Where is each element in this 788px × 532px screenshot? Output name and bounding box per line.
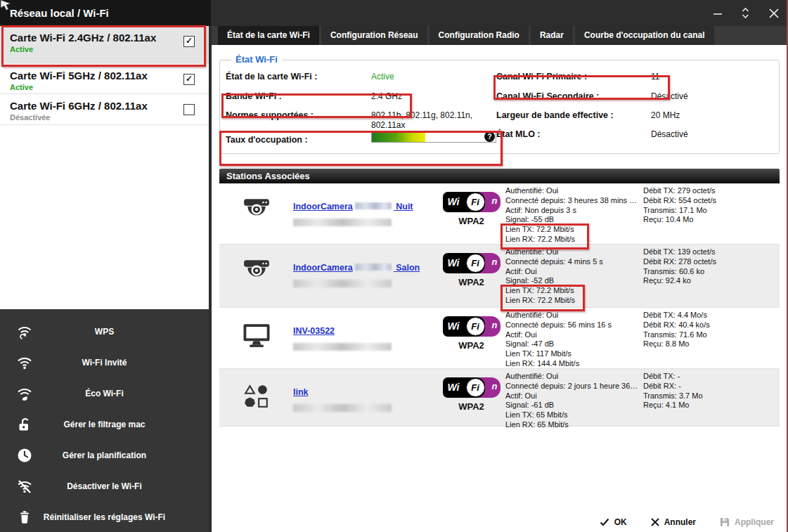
stations-section-header: Stations Associées bbox=[219, 169, 780, 183]
x-icon bbox=[651, 518, 659, 526]
wifi-wps-icon bbox=[15, 323, 34, 341]
sidebar-item-disable-wifi[interactable]: Désactiver le Wi-Fi bbox=[0, 471, 209, 502]
adapter-checkbox[interactable] bbox=[183, 104, 195, 115]
field-value: Active bbox=[371, 72, 494, 82]
sidebar-item-wifi-5ghz[interactable]: Carte Wi-Fi 5GHz / 802.11ax Active ✓ bbox=[0, 64, 209, 94]
lock-open-icon bbox=[15, 415, 34, 434]
detail-line: Lien TX: 65 Mbit/s bbox=[505, 410, 643, 420]
adapter-name: Carte Wi-Fi 2.4GHz / 802.11ax bbox=[10, 32, 199, 44]
resize-button[interactable] bbox=[741, 7, 750, 19]
sidebar-item-guest-wifi[interactable]: Wi-Fi Invité bbox=[0, 347, 209, 378]
detail-line: Débit TX: 4.4 Mo/s bbox=[643, 311, 780, 320]
adapter-status: Désactivée bbox=[10, 113, 199, 122]
detail-line: Lien TX: 72.2 Mbit/s bbox=[505, 225, 643, 235]
detail-line: Authentifié: Oui bbox=[505, 186, 643, 196]
tab-content: État Wi-Fi État de la carte Wi-Fi : Acti… bbox=[212, 45, 787, 532]
field-label: Bande Wi-Fi : bbox=[226, 91, 282, 101]
adapter-checkbox[interactable]: ✓ bbox=[183, 74, 195, 85]
minimize-button[interactable] bbox=[713, 8, 723, 18]
detail-line: Lien RX: 144.4 Mbit/s bbox=[505, 359, 643, 369]
tab-channel-occupancy[interactable]: Courbe d'occupation du canal bbox=[575, 26, 714, 45]
device-name-link[interactable]: IndoorCamera Nuit bbox=[293, 202, 413, 212]
sidebar: Carte Wi-Fi 2.4GHz / 802.11ax Active ✓ C… bbox=[0, 26, 209, 532]
footer-actions: OK Annuler Appliquer bbox=[600, 517, 774, 527]
detail-line: Lien TX: 117 Mbit/s bbox=[505, 349, 643, 359]
occupancy-bar-fill bbox=[372, 133, 425, 142]
help-icon[interactable]: ? bbox=[484, 131, 495, 142]
security-label: WPA2 bbox=[458, 277, 484, 287]
wifi-n-badge: n Wi Fi bbox=[443, 377, 500, 398]
detail-line: Connecté depuis: 56 mins 16 s bbox=[505, 320, 643, 330]
detail-line: Actif: Oui bbox=[505, 391, 643, 401]
sidebar-item-scheduling[interactable]: Gérer la planification bbox=[0, 440, 209, 471]
detail-line: Signal: -47 dB bbox=[505, 339, 643, 349]
sidebar-item-wps[interactable]: WPS bbox=[0, 316, 209, 347]
field-label: Canal Wi-Fi Primaire : bbox=[496, 72, 587, 82]
station-row: IndoorCamera Nuit n Wi Fi WPA2 Authentif… bbox=[219, 183, 780, 245]
wifi-n-badge: n Wi Fi bbox=[443, 192, 500, 212]
field-label: Canal Wi-Fi Secondaire : bbox=[496, 91, 599, 101]
adapter-status: Active bbox=[10, 45, 199, 53]
sidebar-item-wifi-6ghz[interactable]: Carte Wi-Fi 6GHz / 802.11ax Désactivée bbox=[0, 94, 209, 125]
wifi-n-badge: n Wi Fi bbox=[443, 253, 500, 273]
close-button[interactable] bbox=[768, 8, 780, 19]
field-label: Normes supportées : bbox=[226, 110, 314, 120]
device-name-link[interactable]: IndoorCamera Salon bbox=[293, 263, 420, 273]
adapter-checkbox[interactable]: ✓ bbox=[183, 36, 195, 47]
sidebar-item-eco-wifi[interactable]: Éco Wi-Fi bbox=[0, 378, 209, 409]
wifi-off-icon bbox=[15, 477, 34, 495]
field-value: Désactivé bbox=[651, 91, 770, 101]
field-value: 11 bbox=[651, 72, 770, 82]
security-label: WPA2 bbox=[458, 216, 484, 226]
tab-adapter-state[interactable]: État de la carte Wi-Fi bbox=[218, 26, 319, 45]
cancel-button[interactable]: Annuler bbox=[651, 517, 696, 527]
tab-radar[interactable]: Radar bbox=[531, 26, 573, 45]
field-value: 802.11b, 802.11g, 802.11n, 802.11ax bbox=[371, 110, 494, 130]
save-icon bbox=[720, 517, 730, 527]
detail-line: Débit TX: - bbox=[643, 372, 780, 382]
wifi-n-badge: n Wi Fi bbox=[443, 316, 500, 337]
detail-line: Actif: Non depuis 3 s bbox=[505, 206, 643, 216]
field-label: État MLO : bbox=[496, 129, 541, 139]
field-value: Désactivé bbox=[651, 129, 770, 139]
censored-text bbox=[355, 202, 392, 209]
detail-line: Débit TX: 139 octet/s bbox=[643, 247, 780, 257]
field-label: Taux d'occupation : bbox=[226, 135, 308, 145]
sidebar-item-wifi-2-4ghz[interactable]: Carte Wi-Fi 2.4GHz / 802.11ax Active ✓ bbox=[0, 26, 209, 64]
sidebar-item-reset-wifi[interactable]: Réinitialiser les réglages Wi-Fi bbox=[0, 502, 209, 532]
device-name-link[interactable]: INV-03522 bbox=[293, 326, 335, 336]
detail-line: Transmis: 3.7 Mo bbox=[643, 391, 780, 401]
ok-button[interactable]: OK bbox=[600, 517, 627, 527]
station-row: link n Wi Fi WPA2 Authentifié: Oui Conne… bbox=[219, 369, 780, 427]
detail-line: Authentifié: Oui bbox=[505, 311, 643, 320]
app-window: Réseau local / Wi-Fi Carte Wi-Fi 2.4GHz … bbox=[0, 0, 788, 532]
detail-line: Transmis: 17.1 Mo bbox=[643, 206, 780, 216]
trash-icon bbox=[15, 508, 34, 526]
clock-icon bbox=[15, 446, 34, 465]
detail-line: Débit TX: 279 octet/s bbox=[643, 186, 780, 196]
detail-line: Connecté depuis: 2 jours 1 heure 36… bbox=[505, 382, 643, 391]
detail-line: Signal: -55 dB bbox=[505, 215, 643, 225]
censored-mac-address bbox=[293, 343, 392, 351]
security-label: WPA2 bbox=[458, 340, 484, 351]
field-value: 20 MHz bbox=[651, 110, 770, 120]
detail-line: Débit RX: 40.4 ko/s bbox=[643, 320, 780, 330]
check-icon bbox=[600, 518, 609, 526]
detail-line: Reçu: 8.8 Mo bbox=[643, 339, 780, 349]
wifi-eco-icon bbox=[15, 384, 34, 403]
detail-line: Authentifié: Oui bbox=[505, 247, 643, 257]
apply-button[interactable]: Appliquer bbox=[720, 517, 774, 527]
tab-radio-config[interactable]: Configuration Radio bbox=[429, 26, 529, 45]
device-name-link[interactable]: link bbox=[293, 387, 309, 397]
tab-network-config[interactable]: Configuration Réseau bbox=[321, 26, 427, 45]
detail-line: Authentifié: Oui bbox=[505, 372, 643, 382]
station-row: INV-03522 n Wi Fi WPA2 Authentifié: Oui … bbox=[219, 308, 780, 369]
detail-line: Signal: -61 dB bbox=[505, 401, 643, 410]
detail-line: Reçu: 4.1 Mo bbox=[643, 401, 780, 410]
titlebar bbox=[211, 0, 787, 26]
adapter-name: Carte Wi-Fi 5GHz / 802.11ax bbox=[10, 70, 199, 82]
field-label: Largeur de bande effective : bbox=[496, 110, 614, 120]
sidebar-item-mac-filtering[interactable]: Gérer le filtrage mac bbox=[0, 409, 209, 440]
censored-mac-address bbox=[293, 280, 392, 287]
detail-line: Débit RX: 554 octet/s bbox=[643, 196, 780, 206]
